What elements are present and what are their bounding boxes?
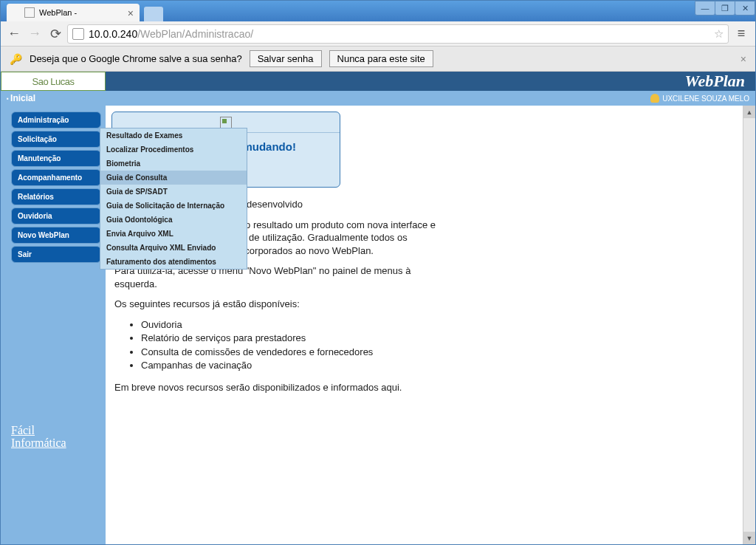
maximize-button[interactable]: ❐ [715, 1, 735, 16]
sidebar: Administração Solicitação Manutenção Aco… [1, 106, 106, 544]
sidebar-item-administracao[interactable]: Administração [11, 112, 101, 128]
submenu-item-faturamento[interactable]: Faturamento dos atendimentos [100, 255, 247, 269]
app-header: Sao Lucas WebPlan [1, 72, 755, 91]
close-window-button[interactable]: ✕ [735, 1, 755, 16]
bookmark-star-icon[interactable]: ☆ [714, 27, 724, 41]
scroll-track[interactable] [743, 118, 755, 532]
submenu-item-envia-xml[interactable]: Envia Arquivo XML [100, 227, 247, 241]
submenu-item-localizar-procedimentos[interactable]: Localizar Procedimentos [100, 143, 247, 157]
list-item: Relatório de serviços para prestadores [141, 332, 436, 345]
submenu-item-biometria[interactable]: Biometria [100, 157, 247, 171]
submenu-item-guia-consulta[interactable]: Guia de Consulta [100, 171, 247, 185]
paragraph: Em breve novos recursos serão disponibil… [114, 381, 436, 394]
feature-list: Ouvidoria Relatório de serviços para pre… [141, 318, 436, 372]
tab-title: WebPlan - [39, 8, 77, 17]
close-infobar-icon[interactable]: × [740, 53, 746, 65]
sidebar-item-novo-webplan[interactable]: Novo WebPlan [11, 227, 101, 244]
paragraph: Os seguintes recursos já estão disponíve… [114, 298, 436, 311]
submenu-item-consulta-xml[interactable]: Consulta Arquivo XML Enviado [100, 241, 247, 255]
url-path: /WebPlan/Administracao/ [137, 28, 253, 40]
url-host: 10.0.0.240 [89, 28, 137, 40]
site-info-icon[interactable] [72, 28, 84, 40]
sidebar-item-acompanhamento[interactable]: Acompanhamento [11, 169, 101, 186]
submenu-item-guia-odontologica[interactable]: Guia Odontológica [100, 213, 247, 227]
scroll-up-arrow[interactable]: ▲ [743, 106, 755, 118]
submenu-item-guia-sp-sadt[interactable]: Guia de SP/SADT [100, 185, 247, 199]
minimize-button[interactable]: — [695, 1, 715, 16]
sidebar-item-ouvidoria[interactable]: Ouvidoria [11, 208, 101, 224]
browser-titlebar: WebPlan - × — ❐ ✕ [1, 1, 755, 21]
close-tab-icon[interactable]: × [128, 7, 134, 19]
footer-company-link[interactable]: Fácil Informática [11, 424, 101, 450]
list-item: Ouvidoria [141, 318, 436, 332]
submenu-item-guia-internacao[interactable]: Guia de Solicitação de Internação [100, 199, 247, 213]
list-item: Campanhas de vacinação [141, 359, 436, 372]
new-tab-button[interactable] [144, 7, 163, 21]
chrome-menu-button[interactable]: ≡ [732, 24, 751, 44]
app-title: WebPlan [685, 72, 755, 91]
breadcrumb: Inicial [7, 93, 35, 103]
submenu-item-resultado-exames[interactable]: Resultado de Exames [100, 128, 247, 143]
sidebar-item-relatorios[interactable]: Relatórios [11, 188, 101, 205]
address-bar[interactable]: 10.0.0.240/WebPlan/Administracao/ ☆ [67, 24, 729, 44]
username-label: UXCILENE SOUZA MELO [662, 95, 749, 103]
sidebar-item-solicitacao[interactable]: Solicitação [11, 131, 101, 148]
user-icon [650, 94, 659, 103]
infobar-message: Deseja que o Google Chrome salve a sua s… [30, 53, 242, 64]
reload-button[interactable]: ⟳ [47, 25, 64, 43]
submenu-solicitacao: Resultado de Exames Localizar Procedimen… [100, 128, 247, 270]
sidebar-item-sair[interactable]: Sair [11, 246, 101, 263]
scroll-down-arrow[interactable]: ▼ [743, 532, 755, 544]
page-icon [24, 7, 35, 18]
browser-toolbar: ← → ⟳ 10.0.0.240/WebPlan/Administracao/ … [1, 21, 755, 47]
forward-button[interactable]: → [26, 25, 44, 43]
vertical-scrollbar[interactable]: ▲ ▼ [743, 106, 755, 544]
list-item: Consulta de comissões de vendedores e fo… [141, 346, 436, 359]
app-subbar: Inicial UXCILENE SOUZA MELO [1, 91, 755, 106]
logo: Sao Lucas [1, 72, 106, 91]
save-password-button[interactable]: Salvar senha [250, 50, 322, 67]
password-save-infobar: 🔑 Deseja que o Google Chrome salve a sua… [1, 47, 755, 72]
browser-tab[interactable]: WebPlan - × [7, 4, 140, 21]
never-save-password-button[interactable]: Nunca para este site [329, 50, 433, 67]
key-icon: 🔑 [10, 53, 22, 65]
sidebar-item-manutencao[interactable]: Manutenção [11, 150, 101, 167]
back-button[interactable]: ← [5, 25, 23, 43]
broken-image-icon [220, 117, 232, 128]
